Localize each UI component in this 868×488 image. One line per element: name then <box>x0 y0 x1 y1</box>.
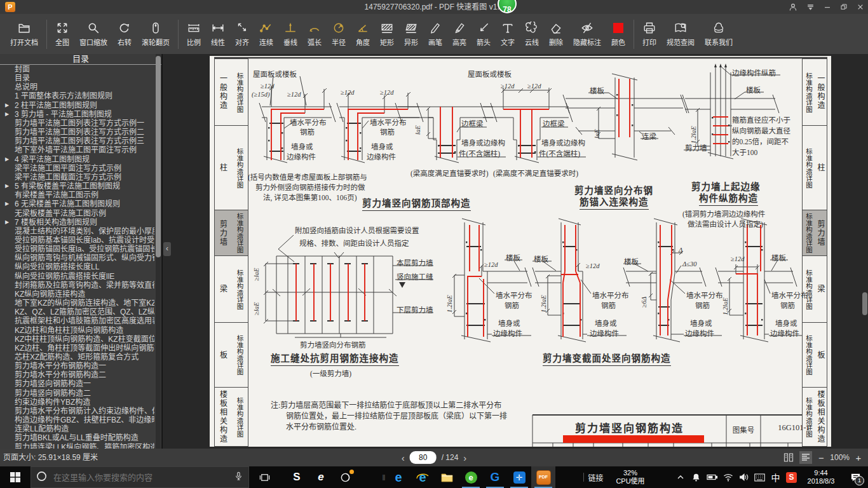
search-input[interactable] <box>52 472 229 483</box>
tray-expand-icon[interactable] <box>672 466 688 488</box>
toc-item[interactable]: KZ中柱柱顶纵向钢筋构造、KZ柱变截面位置 <box>0 335 154 344</box>
toc-item[interactable]: 地下室外墙平法施工图平面注写示例 <box>0 146 154 154</box>
taskbar-app-link-tool[interactable]: ✛ <box>507 466 531 488</box>
tool-window-zoom[interactable]: 窗口缩放 <box>74 17 112 52</box>
toc-item[interactable]: 1 平面整体表示方法制图规则 <box>0 92 154 100</box>
ime-chinese-indicator[interactable]: 中 <box>768 466 783 488</box>
toc-item[interactable]: ▶4 梁平法施工图制图规 <box>0 155 154 164</box>
taskbar-app-pdf-viewer-active[interactable]: PDF <box>531 466 555 488</box>
tool-perpendicular[interactable]: 垂线 <box>278 17 302 52</box>
cpu-usage-widget[interactable]: 32%CPU使用 <box>612 466 649 488</box>
toc-item[interactable]: 剪力墙BKL或AL与LL重叠时配筋构造 <box>0 433 154 442</box>
wifi-icon[interactable] <box>720 466 736 488</box>
pdf-page[interactable]: 一般构造标准构造详图柱标准构造详图剪力墙标准构造详图梁标准构造详图板标准构造详图… <box>210 56 831 447</box>
taskbar-app-suspended[interactable]: S <box>285 466 309 488</box>
start-button[interactable] <box>0 466 31 488</box>
toc-item[interactable]: 剪力墙竖向钢筋构造二 <box>0 389 154 398</box>
expand-arrow-icon[interactable]: ▶ <box>5 218 9 227</box>
toc-item[interactable]: 有梁楼盖平法施工图示例 <box>0 191 154 200</box>
toc-item[interactable]: 剪力墙平法施工图列表注写方式示例一 <box>0 119 154 128</box>
toc-item[interactable]: 地下室KZ的纵向钢筋连接构造、地下室KZ的 <box>0 299 154 308</box>
tool-linear[interactable]: 线性 <box>206 17 230 52</box>
toc-item[interactable]: 芯柱XZ配筋构造、矩形箍筋复合方式 <box>0 353 154 362</box>
tool-pen[interactable]: 画笔 <box>423 17 447 52</box>
toc-item[interactable]: 总说明 <box>0 83 154 92</box>
toc-item[interactable]: 抗震框架柱和小墙肢箍筋加密区高度选用表 <box>0 316 154 325</box>
toc-scrollbar[interactable] <box>156 54 161 449</box>
toc-item[interactable]: 无梁板楼盖平法施工图示例 <box>0 209 154 218</box>
taskbar-links-label[interactable]: 链接 <box>588 472 603 483</box>
tool-rectangle[interactable]: 矩形 <box>375 17 399 52</box>
toc-item[interactable]: 纵向受拉钢筋抗震搭接长度llE <box>0 272 154 281</box>
expand-arrow-icon[interactable]: ▶ <box>5 200 9 208</box>
task-view-button[interactable] <box>252 466 277 488</box>
toc-item[interactable]: KZ边柱、角柱柱顶等截面伸出时纵向钢筋构 <box>0 344 154 353</box>
tool-open-document[interactable]: 打开文档 <box>5 17 43 52</box>
restore-button[interactable] <box>840 3 848 11</box>
toc-item[interactable]: 剪力墙平法施工图列表注写方式示例二 <box>0 128 154 137</box>
tool-standards-lookup[interactable]: 规范查阅 <box>661 17 700 52</box>
toc-item[interactable]: 纵向钢筋弯钩与机械锚固形式、纵向受力钢筋 <box>0 254 154 262</box>
tool-radius[interactable]: 半径 <box>327 17 351 52</box>
notification-bell-icon[interactable] <box>688 466 704 488</box>
taskbar-search-box[interactable] <box>31 466 249 488</box>
zoom-in-button[interactable]: + <box>854 452 863 463</box>
toc-item[interactable]: 纵向受拉钢筋搭接长度LL <box>0 262 154 271</box>
taskbar-app-explorer[interactable] <box>435 466 459 488</box>
toc-item[interactable]: KZ、QZ、LZ箍筋加密区范围、QZ、LZ纵向钢 <box>0 308 154 316</box>
microphone-icon[interactable] <box>234 471 243 484</box>
continuous-view-icon[interactable] <box>799 451 812 464</box>
sidebar-collapse-button[interactable]: ‹ <box>163 242 171 256</box>
tool-erase[interactable]: 删除 <box>544 17 568 52</box>
viewer-scrollbar-thumb[interactable] <box>862 292 867 315</box>
tool-text[interactable]: 文字 <box>496 17 520 52</box>
expand-arrow-icon[interactable]: ▶ <box>5 101 9 110</box>
menu-dropdown-icon[interactable] <box>806 3 815 11</box>
close-button[interactable] <box>857 3 864 11</box>
expand-arrow-icon[interactable]: ▶ <box>5 182 9 191</box>
toc-item[interactable]: KZ边柱和角柱柱顶纵向钢筋构造 <box>0 326 154 335</box>
toc-item[interactable]: 剪力墙水平分布钢筋计入约束边缘构件、体 <box>0 407 154 416</box>
tool-print[interactable]: 打印 <box>637 17 661 52</box>
toc-item[interactable]: KZ纵向钢筋连接构造 <box>0 290 154 299</box>
volume-icon[interactable] <box>736 466 752 488</box>
toc-item[interactable]: 剪力墙水平分布钢筋构造二 <box>0 370 154 379</box>
toc-item[interactable]: ▶2 柱平法施工图制图规则 <box>0 101 154 110</box>
battery-icon[interactable] <box>704 466 720 488</box>
touch-keyboard-icon[interactable] <box>752 466 768 488</box>
tool-color[interactable]: 颜色 <box>606 17 630 52</box>
prev-page-button[interactable]: ‹ <box>402 452 405 463</box>
toc-item[interactable]: 剪力墙平法施工图列表注写方式示例三 <box>0 137 154 146</box>
action-center-button[interactable]: 1 <box>843 466 868 488</box>
toc-item[interactable]: 约束边缘构件YBZ构造 <box>0 398 154 407</box>
toc-item[interactable]: ▶3 剪力墙 - 平法施工图制图规 <box>0 110 154 119</box>
toc-item[interactable]: 剪力墙竖向钢筋构造一 <box>0 379 154 388</box>
taskbar-app-ie[interactable]: e <box>410 466 435 488</box>
minimize-button[interactable] <box>824 3 831 11</box>
toc-item[interactable]: 混凝土结构的环境类别、保护层的最小厚度 <box>0 227 154 236</box>
toc-item[interactable]: 连梁LL配筋构造 <box>0 424 154 433</box>
expand-arrow-icon[interactable]: ▶ <box>5 110 9 119</box>
taskbar-app-ie-white[interactable]: e <box>309 466 333 488</box>
tool-highlight[interactable]: 高亮 <box>447 17 471 52</box>
toc-item[interactable]: ▶5 有梁板楼盖平法施工图制图规 <box>0 182 154 191</box>
toc-item[interactable]: 封面 <box>0 65 154 74</box>
toc-item[interactable]: 梁平法施工图截面注写方式示例 <box>0 173 154 182</box>
toc-item[interactable]: 构造边缘构件GBZ、扶壁柱FBZ、非边缘暗柱 <box>0 416 154 424</box>
sogou-input-icon[interactable]: S <box>783 466 799 488</box>
toc-item[interactable]: 封闭箍筋及拉筋弯钩构造、梁并筋等效直径 <box>0 281 154 290</box>
toc-item[interactable]: 目录 <box>0 74 154 83</box>
taskbar-clock[interactable]: 9:44 2018/8/3 <box>801 466 841 488</box>
taskbar-app-g-tool[interactable]: G <box>483 466 507 488</box>
tool-contact-us[interactable]: 联系我们 <box>700 17 738 52</box>
taskbar-app-browser360[interactable]: e <box>459 466 483 488</box>
zoom-out-button[interactable]: − <box>817 452 825 463</box>
tool-fit-all[interactable]: 全图 <box>50 17 74 52</box>
tool-cloud[interactable]: 云线 <box>520 17 544 52</box>
page-number-input[interactable] <box>410 451 437 464</box>
tool-hide-annotations[interactable]: 隐藏标注 <box>568 17 606 52</box>
toc-item[interactable]: 梁平法施工图平面注写方式示例 <box>0 164 154 173</box>
toc-scrollbar-thumb[interactable] <box>156 56 161 257</box>
tool-arrow[interactable]: 箭头 <box>471 17 496 52</box>
taskbar-app-edge[interactable]: e <box>386 466 410 488</box>
